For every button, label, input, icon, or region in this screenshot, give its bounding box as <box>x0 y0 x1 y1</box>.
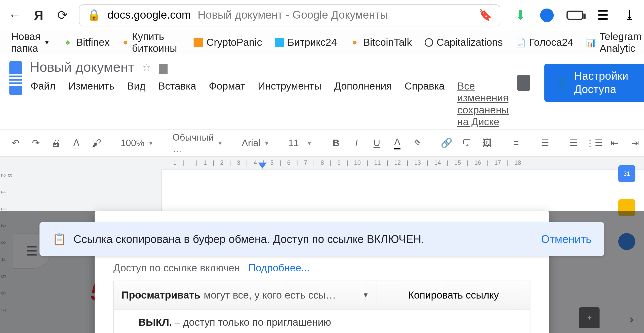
comments-icon[interactable] <box>517 75 530 91</box>
download-icon[interactable]: ⬇ <box>514 8 527 22</box>
left-indent-marker[interactable] <box>258 163 267 169</box>
bitrix-icon <box>275 37 284 47</box>
docs-logo-icon[interactable] <box>9 61 22 95</box>
back-button[interactable]: ← <box>8 8 22 22</box>
bookmark-item[interactable]: 📊Telegram Analytic <box>582 29 644 56</box>
panic-icon <box>194 37 203 47</box>
align-button[interactable]: ≡ <box>507 134 526 152</box>
menu-file[interactable]: Файл <box>30 78 56 130</box>
ext-blue-icon[interactable] <box>540 8 554 22</box>
line-spacing-button[interactable]: ☰ <box>536 134 554 152</box>
bookmarks-bar: Новая папка ▼ ♠Bitfinex ●Купить биткоины… <box>0 31 644 55</box>
underline-button[interactable]: U <box>368 134 386 152</box>
leaf-icon: ♠ <box>63 37 73 48</box>
horizontal-ruler[interactable]: 1 | | 1 | 2 | 3 | 4 | 5 | 6 | 7 | 8 | 9 … <box>161 157 584 170</box>
yandex-button[interactable]: Я <box>31 8 46 22</box>
bitcoin-icon: ● <box>350 37 360 48</box>
document-title[interactable]: Новый документ <box>30 59 134 75</box>
bookmark-folder[interactable]: Новая папка ▼ <box>7 29 54 56</box>
folder-icon[interactable]: ▆ <box>159 61 168 74</box>
document-canvas: 1 | | 1 | 2 | 3 | 4 | 5 | 6 | 7 | 8 | 9 … <box>0 157 644 333</box>
toast-text: Ссылка скопирована в буфер обмена. Досту… <box>73 232 424 245</box>
copy-link-button[interactable]: Копировать ссылку <box>377 281 530 309</box>
link-permission-dropdown[interactable]: Просматривать могут все, у кого есть ссы… <box>114 281 377 309</box>
save-status[interactable]: Все изменения сохранены на Диске <box>456 78 509 130</box>
menu-help[interactable]: Справка <box>404 78 446 130</box>
calendar-addon-icon[interactable]: 31 <box>618 165 635 182</box>
zoom-combo[interactable]: 100%▼ <box>116 134 158 152</box>
chevron-down-icon: ▼ <box>362 291 369 299</box>
menu-insert[interactable]: Вставка <box>157 78 197 130</box>
bookmark-item[interactable]: Capitalizations <box>420 35 507 50</box>
page-title-tab: Новый документ - Google Документы <box>198 9 388 22</box>
insert-image-button[interactable]: 🖼 <box>478 134 497 152</box>
undo-button[interactable]: ↶ <box>6 134 25 152</box>
learn-more-link[interactable]: Подробнее... <box>248 262 310 274</box>
bookmark-item[interactable]: CryptoPanic <box>189 35 266 50</box>
increase-indent-button[interactable]: ⇥ <box>626 134 644 152</box>
font-combo[interactable]: Arial▼ <box>237 134 274 152</box>
star-icon[interactable]: ☆ <box>142 61 151 73</box>
numbered-list-button[interactable]: ☰ <box>565 134 583 152</box>
browser-top-bar: ← Я ⟳ 🔒 docs.google.com Новый документ -… <box>0 0 644 31</box>
menu-edit[interactable]: Изменить <box>67 78 115 130</box>
style-combo[interactable]: Обычный …▼ <box>168 134 227 152</box>
clipboard-icon: 📋 <box>52 232 66 245</box>
insert-link-button[interactable]: 🔗 <box>437 134 456 152</box>
permission-options-panel: ВЫКЛ. – доступ только по приглашению Ред… <box>113 310 531 333</box>
bookmark-item[interactable]: ●Купить биткоины <box>118 29 185 56</box>
bitcoin-icon: ● <box>122 37 129 48</box>
battery-icon[interactable] <box>567 10 584 20</box>
menu-bar: Файл Изменить Вид Вставка Формат Инструм… <box>30 78 510 130</box>
print-button[interactable]: 🖨 <box>47 134 65 152</box>
doc-icon: 📄 <box>516 37 526 48</box>
menu-view[interactable]: Вид <box>126 78 146 130</box>
redo-button[interactable]: ↷ <box>26 134 45 152</box>
spellcheck-button[interactable]: A̲ <box>67 134 86 152</box>
bookmark-star-icon[interactable]: 🔖 <box>478 9 492 22</box>
docs-toolbar: ↶ ↷ 🖨 A̲ 🖌 100%▼ Обычный …▼ Arial▼ 11▼ B… <box>0 130 644 157</box>
bulleted-list-button[interactable]: ⋮☰ <box>585 134 603 152</box>
font-size-combo[interactable]: 11▼ <box>284 134 316 152</box>
reload-button[interactable]: ⟳ <box>55 8 69 22</box>
bold-button[interactable]: B <box>327 134 345 152</box>
panel-icon[interactable]: ☰ <box>596 8 610 22</box>
option-off[interactable]: ВЫКЛ. – доступ только по приглашению <box>114 310 530 333</box>
menu-format[interactable]: Формат <box>208 78 246 130</box>
link-sharing-label: Доступ по ссылке включен <box>113 262 240 274</box>
address-bar[interactable]: 🔒 docs.google.com Новый документ - Googl… <box>79 4 500 26</box>
decrease-indent-button[interactable]: ⇤ <box>605 134 624 152</box>
bookmark-item[interactable]: ●BitcoinTalk <box>345 35 416 50</box>
docs-header: Новый документ ☆ ▆ Файл Изменить Вид Вст… <box>0 54 644 130</box>
extension-icons: ⬇ ☰ ⤓ <box>514 8 636 22</box>
toast-undo-button[interactable]: Отменить <box>541 232 592 245</box>
paint-format-button[interactable]: 🖌 <box>88 134 106 152</box>
highlight-button[interactable]: ✎ <box>408 134 427 152</box>
bookmark-item[interactable]: Битрикс24 <box>270 35 341 50</box>
url-domain: docs.google.com <box>107 9 191 22</box>
lock-person-icon: 👤 <box>555 76 569 89</box>
bookmark-item[interactable]: ♠Bitfinex <box>58 35 114 50</box>
insert-comment-button[interactable]: 🗨 <box>458 134 476 152</box>
italic-button[interactable]: I <box>347 134 366 152</box>
menu-tools[interactable]: Инструменты <box>257 78 322 130</box>
cap-icon <box>425 38 433 47</box>
text-color-button[interactable]: A <box>388 134 407 152</box>
share-button[interactable]: 👤 Настройки Доступа <box>544 64 644 102</box>
menu-addons[interactable]: Дополнения <box>333 78 393 130</box>
download-tray-icon[interactable]: ⤓ <box>623 8 636 22</box>
lock-icon: 🔒 <box>87 9 101 22</box>
bookmark-item[interactable]: 📄Голоса24 <box>511 35 578 50</box>
analytics-icon: 📊 <box>586 37 596 48</box>
link-copied-toast: 📋 Ссылка скопирована в буфер обмена. Дос… <box>39 222 604 256</box>
